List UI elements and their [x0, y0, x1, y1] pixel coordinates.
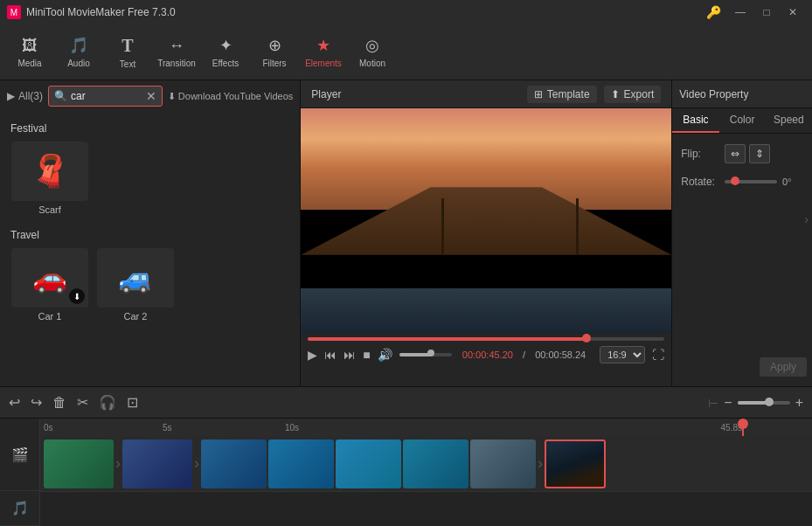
- maximize-button[interactable]: □: [754, 0, 779, 24]
- audio-detach-button[interactable]: 🎧: [99, 394, 116, 411]
- element-car1[interactable]: 🚗 ⬇ Car 1: [10, 248, 89, 322]
- rail-left: [441, 198, 444, 255]
- left-panel: ▶ All(3) 🔍 ✕ ⬇ Download YouTube Videos F…: [0, 80, 301, 386]
- toolbar-text[interactable]: T Text: [105, 29, 150, 76]
- main-area: ▶ All(3) 🔍 ✕ ⬇ Download YouTube Videos F…: [0, 80, 812, 386]
- toolbar-audio[interactable]: 🎵 Audio: [56, 29, 101, 76]
- redo-button[interactable]: ↪: [31, 394, 42, 411]
- clip-last[interactable]: [545, 439, 606, 488]
- toolbar-motion[interactable]: ◎ Motion: [350, 29, 395, 76]
- flip-horizontal-button[interactable]: ⇔: [725, 144, 746, 163]
- ruler-mark-5s: 5s: [163, 423, 172, 433]
- car1-label: Car 1: [38, 311, 62, 322]
- audio-track-icon: 🎵: [0, 491, 39, 526]
- water: [301, 288, 671, 334]
- zoom-out-button[interactable]: −: [724, 395, 732, 411]
- clip-arrow-3: ›: [538, 454, 543, 473]
- template-button[interactable]: ⊞ Template: [527, 86, 597, 103]
- undo-button[interactable]: ↩: [9, 394, 20, 411]
- video-icon: 🎬: [11, 446, 29, 463]
- clip-7[interactable]: [470, 439, 536, 488]
- rotate-control: 0°: [725, 176, 803, 187]
- chevron-right-icon[interactable]: ›: [804, 212, 809, 226]
- next-frame-button[interactable]: ⏭: [344, 348, 356, 362]
- prev-button[interactable]: ⏮: [324, 348, 337, 362]
- festival-grid: 🧣 Scarf: [10, 142, 289, 215]
- close-button[interactable]: ✕: [781, 0, 805, 24]
- rotate-label: Rotate:: [681, 176, 725, 188]
- flip-buttons: ⇔ ⇕: [725, 144, 770, 163]
- toolbar-transition[interactable]: ↔ Transition: [154, 29, 199, 76]
- volume-bar[interactable]: [399, 353, 452, 356]
- search-box: 🔍 ✕: [48, 86, 163, 107]
- audio-label: Audio: [67, 59, 90, 68]
- clip-4[interactable]: [268, 439, 334, 488]
- playhead-top: [738, 419, 748, 429]
- minimize-button[interactable]: —: [728, 0, 753, 24]
- cut-button[interactable]: ✂: [77, 394, 88, 411]
- all-label[interactable]: ▶ All(3): [7, 90, 43, 102]
- template-icon: ⊞: [534, 88, 543, 100]
- volume-thumb: [427, 350, 434, 356]
- element-car2[interactable]: 🚙 Car 2: [96, 248, 175, 322]
- download-badge: ⬇: [69, 288, 85, 304]
- clip-2[interactable]: [122, 439, 192, 488]
- rail-right: [576, 198, 579, 255]
- time-total: 00:00:58.24: [535, 350, 586, 360]
- tab-speed[interactable]: Speed: [766, 108, 812, 133]
- rotate-slider[interactable]: [725, 180, 777, 183]
- toolbar-filters[interactable]: ⊕ Filters: [252, 29, 297, 76]
- app-icon: M: [7, 5, 21, 19]
- video-preview: [301, 108, 671, 334]
- player-controls: ▶ ⏮ ⏭ ■ 🔊 00:00:45.20 / 00:00:58.24 16:9…: [301, 334, 671, 386]
- car2-thumb: 🚙: [97, 248, 174, 308]
- media-icon: 🖼: [22, 37, 38, 55]
- clear-search-button[interactable]: ✕: [146, 89, 156, 103]
- chevron-container: ›: [672, 211, 812, 228]
- clip-arrow-2: ›: [194, 454, 199, 473]
- volume-fill: [399, 353, 431, 356]
- play-button[interactable]: ▶: [308, 348, 317, 362]
- flip-vertical-button[interactable]: ⇕: [749, 144, 770, 163]
- clip-6[interactable]: [403, 439, 468, 488]
- tab-color[interactable]: Color: [719, 108, 766, 133]
- volume-button[interactable]: 🔊: [378, 348, 392, 362]
- crop-button[interactable]: ⊡: [127, 394, 138, 411]
- zoom-slider[interactable]: [738, 401, 790, 405]
- search-icon: 🔍: [54, 90, 67, 102]
- progress-bar[interactable]: [308, 337, 664, 341]
- video-property-title: Video Property: [679, 88, 748, 100]
- scarf-icon: 🧣: [31, 153, 70, 190]
- apply-area: Apply: [659, 352, 812, 382]
- clip-3[interactable]: [201, 439, 267, 488]
- export-button[interactable]: ⬆ Export: [604, 86, 662, 103]
- apply-button[interactable]: Apply: [760, 357, 807, 377]
- time-current: 00:00:45.20: [462, 350, 513, 360]
- youtube-download-link[interactable]: ⬇ Download YouTube Videos: [168, 91, 294, 102]
- transition-label: Transition: [157, 59, 196, 68]
- clip-1[interactable]: [44, 439, 114, 488]
- car2-icon: 🚙: [118, 261, 153, 294]
- elements-content: Festival 🧣 Scarf Travel 🚗 ⬇ Car 1: [0, 112, 300, 386]
- clip-5[interactable]: [336, 439, 401, 488]
- video-track-icon: 🎬: [0, 419, 39, 491]
- rotate-row: Rotate: 0°: [681, 176, 803, 188]
- stop-button[interactable]: ■: [363, 348, 370, 362]
- toolbar-elements[interactable]: ★ Elements: [301, 29, 346, 76]
- element-scarf[interactable]: 🧣 Scarf: [10, 142, 89, 215]
- pier-scene: [301, 108, 671, 334]
- toolbar-effects[interactable]: ✦ Effects: [203, 29, 248, 76]
- titlebar: M MiniTool MovieMaker Free 7.3.0 🔑 — □ ✕: [0, 0, 812, 24]
- timeline: ↩ ↪ 🗑 ✂ 🎧 ⊡ ⊢ − + 🎬 🎵 0s: [0, 386, 812, 526]
- clip-arrow-1: ›: [115, 454, 121, 473]
- right-panel: Video Property Basic Color Speed Flip: ⇔…: [671, 80, 812, 386]
- aspect-ratio-select[interactable]: 16:9 9:16 1:1 4:3: [600, 346, 645, 363]
- toolbar: 🖼 Media 🎵 Audio T Text ↔ Transition ✦ Ef…: [0, 24, 812, 80]
- tab-basic[interactable]: Basic: [672, 108, 718, 133]
- toolbar-media[interactable]: 🖼 Media: [7, 29, 52, 76]
- search-input[interactable]: [71, 90, 146, 102]
- rotate-thumb: [731, 176, 739, 185]
- zoom-in-button[interactable]: +: [795, 395, 803, 411]
- car2-label: Car 2: [124, 311, 148, 322]
- delete-button[interactable]: 🗑: [52, 395, 66, 411]
